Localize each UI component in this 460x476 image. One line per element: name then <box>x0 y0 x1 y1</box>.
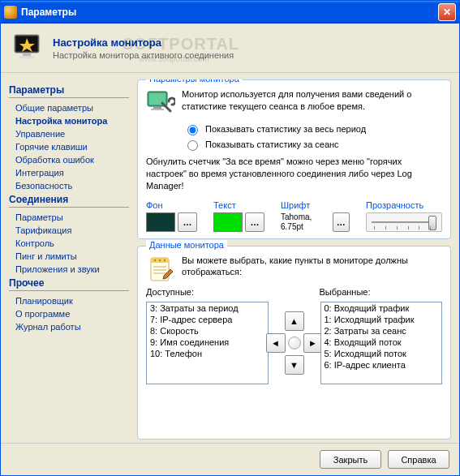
radio-all-period[interactable]: Показывать статистику за весь период <box>183 122 442 135</box>
move-down-button[interactable]: ▼ <box>285 355 304 375</box>
list-item[interactable]: 9: Имя соединения <box>147 337 268 348</box>
bg-swatch <box>146 212 175 232</box>
selected-listbox[interactable]: 0: Входящий трафик1: Исходящий трафик2: … <box>320 302 443 384</box>
nav-item[interactable]: Планировщик <box>9 294 129 307</box>
monitor-params-group: Параметры монитора Монитор используется … <box>137 79 451 239</box>
center-button[interactable] <box>288 337 301 349</box>
list-item[interactable]: 5: Исходящий поток <box>321 348 442 359</box>
move-buttons: ▲ ◄ ► ▼ <box>273 302 316 384</box>
nav-item[interactable]: Общие параметры <box>9 101 129 114</box>
sidebar: ПараметрыОбщие параметрыНастройка монито… <box>9 79 129 440</box>
transparency-label: Прозрачность <box>366 200 442 210</box>
list-item[interactable]: 10: Телефон <box>147 348 268 359</box>
nav-section-title: Параметры <box>9 84 129 98</box>
font-value: Tahoma, 6.75pt <box>281 212 330 232</box>
font-label: Шрифт <box>281 200 350 210</box>
nav-item[interactable]: Параметры <box>9 211 129 224</box>
list-item[interactable]: 6: IP-адрес клиента <box>321 359 442 371</box>
notepad-icon <box>146 255 175 284</box>
nav-item[interactable]: Горячие клавиши <box>9 140 129 153</box>
data-desc: Вы можете выбрать, какие пункты в монито… <box>182 255 442 279</box>
monitor-data-group: Данные монитора Вы можете выбрать, какие… <box>137 246 451 440</box>
text-label: Текст <box>213 200 264 210</box>
text-picker-button[interactable]: … <box>245 212 264 232</box>
text-swatch <box>213 212 243 232</box>
radio-session[interactable]: Показывать статистику за сеанс <box>183 138 442 151</box>
close-button[interactable]: Закрыть <box>320 450 381 469</box>
close-icon[interactable]: ✕ <box>438 3 456 21</box>
bg-picker-button[interactable]: … <box>178 212 197 232</box>
reset-note: Обнулить счетчик "За все время" можно че… <box>146 156 442 192</box>
list-item[interactable]: 3: Затраты за период <box>147 302 268 314</box>
nav-item[interactable]: Пинг и лимиты <box>9 250 129 263</box>
nav-item[interactable]: О программе <box>9 307 129 320</box>
page-title: Настройка монитора <box>53 36 234 49</box>
window: Параметры ✕ Настройка монитора Настройка… <box>0 0 460 476</box>
svg-point-11 <box>154 259 156 260</box>
svg-point-12 <box>159 259 161 260</box>
radio-all-label: Показывать статистику за весь период <box>205 124 366 134</box>
nav-item[interactable]: Контроль <box>9 237 129 250</box>
list-item[interactable]: 1: Исходящий трафик <box>321 314 442 325</box>
svg-rect-3 <box>23 53 31 56</box>
transparency-slider[interactable] <box>366 212 442 232</box>
svg-point-13 <box>164 259 166 260</box>
font-picker-button[interactable]: … <box>333 212 350 232</box>
list-item[interactable]: 8: Скорость <box>147 325 268 337</box>
nav-section-title: Соединения <box>9 194 129 208</box>
monitor-wrench-icon <box>146 88 175 118</box>
page-subtitle: Настройка монитора активного соединения <box>53 50 234 60</box>
monitor-desc: Монитор используется для получения вами … <box>182 88 442 113</box>
radio-all-input[interactable] <box>187 125 198 135</box>
available-label: Доступные: <box>146 287 269 297</box>
list-item[interactable]: 4: Входящий поток <box>321 337 442 348</box>
group-legend: Параметры монитора <box>146 79 243 84</box>
bg-label: Фон <box>146 200 197 210</box>
radio-session-input[interactable] <box>187 140 198 151</box>
titlebar[interactable]: Параметры ✕ <box>1 1 459 24</box>
nav-item[interactable]: Интеграция <box>9 166 129 179</box>
nav-item[interactable]: Безопасность <box>9 179 129 192</box>
nav-item[interactable]: Управление <box>9 127 129 140</box>
svg-rect-7 <box>153 106 161 109</box>
help-button[interactable]: Справка <box>388 450 449 469</box>
page-header: Настройка монитора Настройка монитора ак… <box>1 24 459 73</box>
move-left-button[interactable]: ◄ <box>266 333 286 353</box>
nav-item[interactable]: Настройка монитора <box>9 114 129 127</box>
window-title: Параметры <box>21 6 438 18</box>
nav-item[interactable]: Журнал работы <box>9 320 129 333</box>
footer: Закрыть Справка <box>1 443 459 475</box>
nav-item[interactable]: Тарификация <box>9 224 129 237</box>
move-up-button[interactable]: ▲ <box>285 311 304 331</box>
nav-section-title: Прочее <box>9 277 129 291</box>
list-item[interactable]: 7: IP-адрес сервера <box>147 314 268 325</box>
list-item[interactable]: 0: Входящий трафик <box>321 302 442 314</box>
available-listbox[interactable]: 3: Затраты за период7: IP-адрес сервера8… <box>146 302 269 384</box>
monitor-star-icon <box>12 32 45 64</box>
list-item[interactable]: 2: Затраты за сеанс <box>321 325 442 337</box>
nav-item[interactable]: Обработка ошибок <box>9 153 129 166</box>
group-legend: Данные монитора <box>146 240 227 250</box>
svg-rect-8 <box>151 109 164 110</box>
app-icon <box>4 6 17 19</box>
radio-session-label: Показывать статистику за сеанс <box>205 139 339 149</box>
nav-item[interactable]: Приложения и звуки <box>9 263 129 276</box>
svg-rect-4 <box>19 56 34 58</box>
selected-label: Выбранные: <box>269 287 443 297</box>
